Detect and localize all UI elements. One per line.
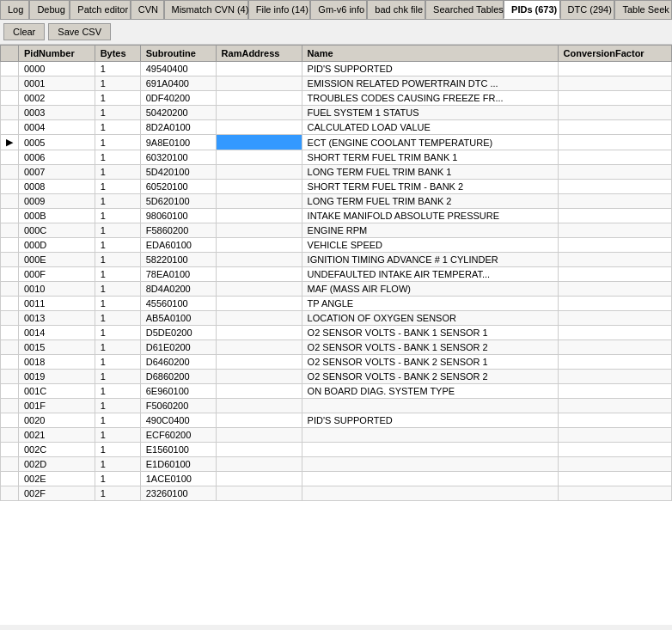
cell-name: [302, 399, 558, 413]
table-row[interactable]: 001018D4A0200MAF (MASS AIR FLOW): [1, 282, 672, 297]
table-row[interactable]: 0000149540400PID'S SUPPORTED: [1, 62, 672, 76]
table-row[interactable]: 002E11ACE0100: [1, 472, 672, 486]
cell-cf: [558, 209, 671, 223]
cell-bytes: 1: [95, 326, 140, 340]
cell-ram: [216, 267, 302, 282]
cell-sub: 98060100: [140, 209, 216, 223]
table-row[interactable]: 00201490C0400PID'S SUPPORTED: [1, 413, 672, 428]
tab-dtc-294[interactable]: DTC (294): [560, 0, 615, 19]
table-row[interactable]: 00181D6460200O2 SENSOR VOLTS - BANK 2 SE…: [1, 355, 672, 370]
cell-pid: 000C: [19, 223, 95, 238]
cell-name: FUEL SYSTEM 1 STATUS: [302, 106, 558, 120]
cell-pid: 0018: [19, 355, 95, 370]
cell-pid: 0010: [19, 282, 95, 297]
table-row[interactable]: 000715D420100LONG TERM FUEL TRIM BANK 1: [1, 165, 672, 180]
cell-bytes: 1: [95, 106, 140, 120]
cell-sub: E1560100: [140, 443, 216, 457]
table-row[interactable]: 0011145560100TP ANGLE: [1, 297, 672, 311]
tab-bad-chk-file[interactable]: bad chk file: [367, 0, 425, 19]
cell-pid: 0000: [19, 62, 95, 76]
cell-cf: [558, 326, 671, 340]
tab-file-info-14[interactable]: File info (14): [248, 0, 311, 19]
row-arrow: [1, 472, 19, 486]
cell-ram: [216, 370, 302, 384]
table-row[interactable]: 001F1F5060200: [1, 399, 672, 413]
col-header-3: Subroutine: [140, 46, 216, 62]
row-arrow: [1, 457, 19, 472]
tab-log[interactable]: Log: [0, 0, 29, 19]
table-row[interactable]: 001C16E960100ON BOARD DIAG. SYSTEM TYPE: [1, 384, 672, 399]
table-row[interactable]: 000F178EA0100UNDEFAULTED INTAKE AIR TEMP…: [1, 267, 672, 282]
cell-ram: [216, 62, 302, 76]
cell-name: TP ANGLE: [302, 297, 558, 311]
table-row[interactable]: 000915D620100LONG TERM FUEL TRIM BANK 2: [1, 194, 672, 209]
table-row[interactable]: 000E158220100IGNITION TIMING ADVANCE # 1…: [1, 253, 672, 267]
cell-bytes: 1: [95, 238, 140, 253]
row-arrow: [1, 311, 19, 326]
table-row[interactable]: 000B198060100INTAKE MANIFOLD ABSOLUTE PR…: [1, 209, 672, 223]
tab-cvn[interactable]: CVN: [131, 0, 164, 19]
cell-cf: [558, 194, 671, 209]
table-row[interactable]: ▶000519A8E0100 ECT (ENGINE COOLANT TEMPE…: [1, 135, 672, 150]
cell-sub: ECF60200: [140, 428, 216, 443]
cell-cf: [558, 76, 671, 91]
cell-ram: [216, 282, 302, 297]
tab-patch-editor[interactable]: Patch editor: [70, 0, 130, 19]
cell-ram: [216, 120, 302, 135]
table-row[interactable]: 00131AB5A0100LOCATION OF OXYGEN SENSOR: [1, 311, 672, 326]
table-row[interactable]: 00211ECF60200: [1, 428, 672, 443]
cell-name: [302, 472, 558, 486]
table-row[interactable]: 000418D2A0100CALCULATED LOAD VALUE: [1, 120, 672, 135]
cell-cf: [558, 413, 671, 428]
tab-table-seek[interactable]: Table Seek: [614, 0, 672, 19]
cell-bytes: 1: [95, 297, 140, 311]
table-row[interactable]: 000210DF40200TROUBLES CODES CAUSING FREE…: [1, 91, 672, 106]
row-arrow: [1, 91, 19, 106]
tab-gm-v6-info[interactable]: Gm-v6 info: [310, 0, 367, 19]
row-arrow: [1, 399, 19, 413]
cell-cf: [558, 238, 671, 253]
clear-button[interactable]: Clear: [3, 23, 45, 40]
table-container[interactable]: PidNumberBytesSubroutineRamAddressNameCo…: [0, 45, 672, 625]
cell-pid: 0007: [19, 165, 95, 180]
cell-sub: EDA60100: [140, 238, 216, 253]
cell-cf: [558, 472, 671, 486]
tab-pids-673[interactable]: PIDs (673): [504, 0, 560, 19]
cell-bytes: 1: [95, 135, 140, 150]
col-header-0: [1, 46, 19, 62]
cell-pid: 000B: [19, 209, 95, 223]
table-row[interactable]: 00011691A0400EMISSION RELATED POWERTRAIN…: [1, 76, 672, 91]
cell-ram: [216, 413, 302, 428]
table-row[interactable]: 00141D5DE0200O2 SENSOR VOLTS - BANK 1 SE…: [1, 326, 672, 340]
cell-name: [302, 486, 558, 501]
row-arrow: [1, 120, 19, 135]
tab-mismatch-cvn-4[interactable]: Mismatch CVN (4): [164, 0, 248, 19]
cell-pid: 002D: [19, 457, 95, 472]
table-row[interactable]: 000D1EDA60100VEHICLE SPEED: [1, 238, 672, 253]
cell-sub: 5D420100: [140, 165, 216, 180]
table-row[interactable]: 0006160320100SHORT TERM FUEL TRIM BANK 1: [1, 150, 672, 165]
table-row[interactable]: 00191D6860200O2 SENSOR VOLTS - BANK 2 SE…: [1, 370, 672, 384]
cell-cf: [558, 311, 671, 326]
row-arrow: [1, 340, 19, 355]
cell-ram: [216, 340, 302, 355]
save-csv-button[interactable]: Save CSV: [48, 23, 111, 40]
cell-bytes: 1: [95, 443, 140, 457]
tab-debug[interactable]: Debug: [29, 0, 70, 19]
cell-pid: 002E: [19, 472, 95, 486]
cell-name: O2 SENSOR VOLTS - BANK 2 SENSOR 2: [302, 370, 558, 384]
cell-ram: [216, 106, 302, 120]
cell-ram: [216, 457, 302, 472]
row-arrow: [1, 297, 19, 311]
table-row[interactable]: 002C1E1560100: [1, 443, 672, 457]
cell-sub: 60320100: [140, 150, 216, 165]
table-row[interactable]: 0003150420200FUEL SYSTEM 1 STATUS: [1, 106, 672, 120]
cell-cf: [558, 62, 671, 76]
table-row[interactable]: 002F123260100: [1, 486, 672, 501]
table-row[interactable]: 000C1F5860200ENGINE RPM: [1, 223, 672, 238]
table-row[interactable]: 00151D61E0200O2 SENSOR VOLTS - BANK 1 SE…: [1, 340, 672, 355]
table-row[interactable]: 0008160520100SHORT TERM FUEL TRIM - BANK…: [1, 180, 672, 194]
tab-searched-tables[interactable]: Searched Tables: [425, 0, 504, 19]
cell-bytes: 1: [95, 472, 140, 486]
table-row[interactable]: 002D1E1D60100: [1, 457, 672, 472]
